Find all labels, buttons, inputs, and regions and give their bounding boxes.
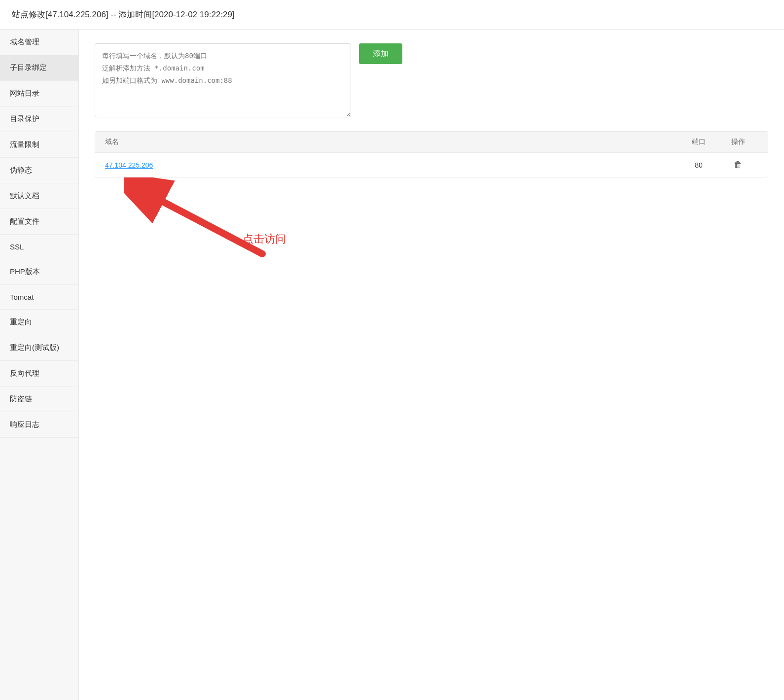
sidebar-item-13[interactable]: 反向代理 <box>0 361 78 386</box>
sidebar-item-9[interactable]: PHP版本 <box>0 259 78 285</box>
sidebar-item-3[interactable]: 目录保护 <box>0 106 78 132</box>
col-header-action: 操作 <box>718 138 758 146</box>
table-row: 47.104.225.206 80 🗑 <box>95 153 768 177</box>
sidebar-item-14[interactable]: 防盗链 <box>0 386 78 412</box>
sidebar-item-10[interactable]: Tomcat <box>0 285 78 310</box>
domain-textarea[interactable] <box>95 43 351 117</box>
annotation-text: 点击访问 <box>243 232 286 246</box>
arrow-annotation-svg <box>124 177 282 266</box>
sidebar-item-2[interactable]: 网站目录 <box>0 81 78 106</box>
sidebar-item-12[interactable]: 重定向(测试版) <box>0 335 78 361</box>
sidebar-item-6[interactable]: 默认文档 <box>0 183 78 209</box>
page-title: 站点修改[47.104.225.206] -- 添加时间[2020-12-02 … <box>12 10 235 19</box>
main-content: 添加 域名 端口 操作 47.104.225.206 80 🗑 <box>79 30 784 700</box>
sidebar-item-8[interactable]: SSL <box>0 235 78 259</box>
delete-icon[interactable]: 🗑 <box>734 160 743 170</box>
domain-link[interactable]: 47.104.225.206 <box>105 161 153 169</box>
add-domain-button[interactable]: 添加 <box>359 43 402 64</box>
col-header-port: 端口 <box>679 138 718 146</box>
page-header: 站点修改[47.104.225.206] -- 添加时间[2020-12-02 … <box>0 0 784 30</box>
sidebar-item-1[interactable]: 子目录绑定 <box>0 55 78 81</box>
sidebar-item-0[interactable]: 域名管理 <box>0 30 78 55</box>
sidebar-item-4[interactable]: 流量限制 <box>0 132 78 158</box>
sidebar-item-11[interactable]: 重定向 <box>0 310 78 335</box>
sidebar-item-5[interactable]: 伪静态 <box>0 158 78 183</box>
port-value: 80 <box>679 161 718 169</box>
col-header-domain: 域名 <box>105 138 679 146</box>
domain-table: 域名 端口 操作 47.104.225.206 80 🗑 <box>95 131 768 177</box>
table-header: 域名 端口 操作 <box>95 132 768 153</box>
sidebar: 域名管理子目录绑定网站目录目录保护流量限制伪静态默认文档配置文件SSLPHP版本… <box>0 30 79 700</box>
sidebar-item-15[interactable]: 响应日志 <box>0 412 78 438</box>
sidebar-item-7[interactable]: 配置文件 <box>0 209 78 235</box>
domain-input-area: 添加 <box>95 43 768 117</box>
